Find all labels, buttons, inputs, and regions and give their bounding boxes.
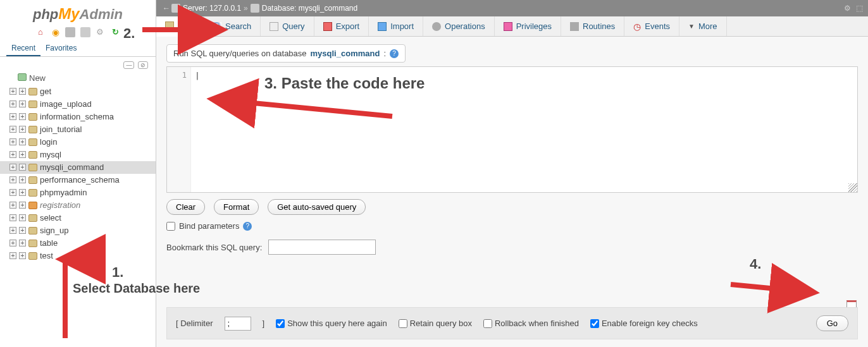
expand-icon[interactable]: + bbox=[19, 113, 26, 120]
breadcrumb-database[interactable]: Database: mysqli_command bbox=[262, 4, 357, 13]
tab-recent[interactable]: Recent bbox=[6, 41, 40, 56]
delimiter-open: [ Delimiter bbox=[176, 319, 213, 328]
breadcrumb-server[interactable]: Server: 127.0.0.1 bbox=[183, 4, 241, 13]
show-again-option[interactable]: Show this query here again bbox=[276, 319, 387, 328]
tab-events[interactable]: ◷Events bbox=[624, 16, 679, 36]
line-number: 1 bbox=[182, 71, 187, 80]
tab-search[interactable]: Search bbox=[204, 16, 261, 36]
retain-option[interactable]: Retain query box bbox=[399, 319, 472, 328]
sql-editor[interactable]: 1 | bbox=[166, 66, 858, 193]
expand-icon[interactable]: + bbox=[9, 151, 16, 158]
editor-body[interactable]: | bbox=[191, 67, 857, 192]
bookmark-input[interactable] bbox=[268, 240, 376, 255]
tree-label: test bbox=[40, 251, 53, 260]
show-again-checkbox[interactable] bbox=[276, 319, 285, 328]
expand-icon[interactable]: + bbox=[9, 138, 16, 145]
tree-item-phpmyadmin[interactable]: ++phpmyadmin bbox=[0, 186, 156, 199]
expand-icon[interactable]: + bbox=[9, 252, 16, 259]
expand-icon[interactable]: + bbox=[19, 252, 26, 259]
expand-icon[interactable]: + bbox=[19, 189, 26, 196]
tree-item-test[interactable]: ++test bbox=[0, 250, 156, 262]
help-icon[interactable]: ? bbox=[390, 49, 399, 58]
tree-item-select[interactable]: ++select bbox=[0, 212, 156, 224]
bind-label: Bind parameters bbox=[179, 221, 239, 231]
rollback-label: Rollback when finished bbox=[495, 319, 579, 328]
tab-operations[interactable]: Operations bbox=[423, 16, 495, 36]
delimiter-input[interactable] bbox=[225, 317, 251, 331]
expand-icon[interactable]: + bbox=[9, 202, 16, 209]
expand-icon[interactable]: + bbox=[9, 176, 16, 183]
home-icon[interactable]: ⌂ bbox=[35, 27, 46, 37]
rollback-option[interactable]: Rollback when finished bbox=[483, 319, 579, 328]
expand-icon[interactable]: + bbox=[9, 88, 16, 95]
expand-icon[interactable]: + bbox=[19, 164, 26, 171]
expand-icon[interactable]: + bbox=[9, 100, 16, 107]
fk-checkbox[interactable] bbox=[590, 319, 599, 328]
logout-icon[interactable]: ◉ bbox=[51, 27, 61, 37]
tree-item-get[interactable]: ++get bbox=[0, 85, 156, 98]
expand-icon[interactable]: + bbox=[9, 214, 16, 221]
link-icon[interactable]: ⊘ bbox=[138, 61, 148, 69]
tree-new[interactable]: New bbox=[0, 73, 156, 85]
expand-icon[interactable]: + bbox=[19, 138, 26, 145]
clear-button[interactable]: Clear bbox=[166, 199, 205, 215]
tree-label: image_upload bbox=[40, 99, 92, 109]
fk-option[interactable]: Enable foreign key checks bbox=[590, 319, 698, 328]
tab-routines[interactable]: Routines bbox=[561, 16, 624, 36]
format-button[interactable]: Format bbox=[214, 199, 259, 215]
expand-icon[interactable]: + bbox=[19, 202, 26, 209]
tab-query[interactable]: Query bbox=[261, 16, 314, 36]
collapse-icon[interactable]: — bbox=[123, 61, 134, 69]
tab-import[interactable]: Import bbox=[369, 16, 423, 36]
expand-icon[interactable]: + bbox=[9, 189, 16, 196]
tree-item-sign-up[interactable]: ++sign_up bbox=[0, 224, 156, 237]
content: Run SQL query/queries on database mysqli… bbox=[156, 37, 868, 262]
rollback-checkbox[interactable] bbox=[483, 319, 492, 328]
back-icon[interactable]: ← bbox=[161, 4, 171, 13]
settings-icon[interactable]: ⚙ bbox=[95, 27, 105, 37]
expand-icon[interactable]: + bbox=[19, 151, 26, 158]
retain-checkbox[interactable] bbox=[399, 319, 407, 328]
expand-icon[interactable]: + bbox=[9, 240, 16, 247]
go-button[interactable]: Go bbox=[816, 315, 848, 331]
expand-icon[interactable]: + bbox=[19, 100, 26, 107]
docs-icon[interactable] bbox=[65, 27, 75, 37]
expand-icon[interactable]: + bbox=[19, 176, 26, 183]
tab-favorites[interactable]: Favorites bbox=[40, 41, 82, 56]
expand-up-icon[interactable]: ⬚ bbox=[856, 4, 863, 13]
tree-item-login[interactable]: ++login bbox=[0, 136, 156, 149]
navpanel-icon[interactable] bbox=[80, 27, 90, 37]
expand-icon[interactable]: + bbox=[19, 214, 26, 221]
expand-icon[interactable]: + bbox=[9, 227, 16, 234]
bind-parameters-checkbox[interactable] bbox=[166, 222, 175, 231]
tree-item-table[interactable]: ++table bbox=[0, 237, 156, 250]
expand-icon[interactable]: + bbox=[19, 240, 26, 247]
expand-icon[interactable]: + bbox=[9, 126, 16, 133]
expand-icon[interactable]: + bbox=[19, 88, 26, 95]
tab-sql[interactable]: SQL bbox=[156, 16, 204, 37]
tree-item-join-tutorial[interactable]: ++join_tutorial bbox=[0, 123, 156, 136]
reload-icon[interactable]: ↻ bbox=[110, 27, 120, 37]
tree-item-mysqli-command[interactable]: ++mysqli_command bbox=[0, 161, 156, 174]
resize-handle[interactable] bbox=[848, 183, 857, 192]
tree-item-image-upload[interactable]: ++image_upload bbox=[0, 98, 156, 111]
expand-icon[interactable]: + bbox=[19, 227, 26, 234]
tab-privileges[interactable]: Privileges bbox=[495, 16, 561, 36]
page-settings-icon[interactable]: ⚙ bbox=[844, 4, 851, 13]
expand-icon[interactable]: + bbox=[19, 126, 26, 133]
tab-more[interactable]: ▼More bbox=[679, 16, 727, 36]
tab-export[interactable]: Export bbox=[314, 16, 369, 36]
query-header-db-link[interactable]: mysqli_command bbox=[311, 49, 380, 58]
tree-item-mysql[interactable]: ++mysql bbox=[0, 149, 156, 161]
tree-item-performance-schema[interactable]: ++performance_schema bbox=[0, 174, 156, 186]
new-db-icon bbox=[18, 73, 27, 81]
db-icon bbox=[28, 176, 37, 184]
tree-label: phpmyadmin bbox=[40, 188, 87, 197]
autosaved-button[interactable]: Get auto-saved query bbox=[268, 199, 366, 215]
help-icon[interactable]: ? bbox=[243, 222, 252, 231]
expand-icon[interactable]: + bbox=[9, 164, 16, 171]
expand-icon[interactable]: + bbox=[9, 113, 16, 120]
main: ← Server: 127.0.0.1 » Database: mysqli_c… bbox=[156, 0, 868, 347]
tree-item-registration[interactable]: ++registration bbox=[0, 199, 156, 212]
tree-item-information-schema[interactable]: ++information_schema bbox=[0, 111, 156, 123]
